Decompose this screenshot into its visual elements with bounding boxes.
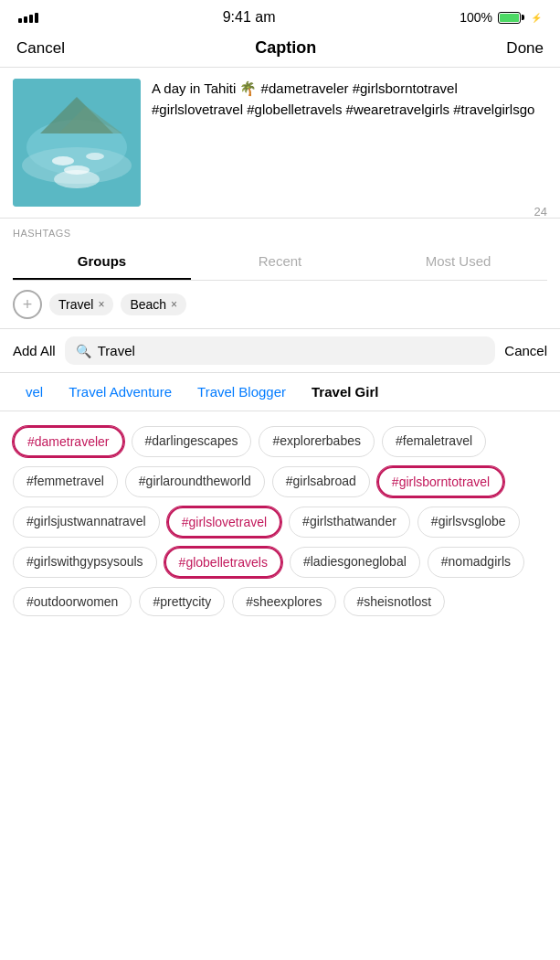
search-input-wrap: 🔍 [65,336,496,365]
chip-travel-label: Travel [58,297,93,312]
chip-beach: Beach × [121,293,186,315]
hashtags-section: HASHTAGS Groups Recent Most Used [0,219,560,281]
battery-percent: 100% [460,10,492,25]
hashtag-pill[interactable]: #nomadgirls [428,547,524,578]
hashtag-pill[interactable]: #girlsborntotravel [377,466,504,497]
hashtag-tabs: Groups Recent Most Used [13,244,547,281]
add-group-button[interactable]: + [13,290,42,319]
battery-icon [498,12,524,24]
status-right: 100% ⚡ [460,10,542,25]
hashtag-pill[interactable]: #globelletravels [164,547,282,578]
signal-icon [18,13,38,23]
hashtag-pill[interactable]: #girlsthatwander [289,507,410,538]
chip-beach-label: Beach [130,297,166,312]
autocomplete-tabs: vel Travel Adventure Travel Blogger Trav… [0,373,560,411]
svg-point-4 [86,153,104,160]
hashtag-pill[interactable]: #sheisnotlost [343,587,446,616]
tab-recent[interactable]: Recent [191,244,369,280]
nav-bar: Cancel Caption Done [0,31,560,68]
search-icon: 🔍 [76,344,91,358]
chip-travel-remove[interactable]: × [98,298,104,311]
status-bar: 9:41 am 100% ⚡ [0,0,560,31]
hashtag-pill[interactable]: #girlsvsglobe [417,507,520,538]
svg-point-3 [52,156,74,165]
chip-travel: Travel × [49,293,113,315]
done-button[interactable]: Done [506,39,544,58]
tag-chips-row: + Travel × Beach × [0,281,560,329]
search-cancel-button[interactable]: Cancel [504,343,547,358]
hashtag-pill[interactable]: #femmetravel [13,466,118,497]
hashtag-pill[interactable]: #girlslovetravel [167,507,281,538]
hashtag-pill[interactable]: #femaletravel [382,426,486,457]
svg-point-5 [64,165,90,175]
charging-bolt-icon: ⚡ [531,13,542,23]
cancel-button[interactable]: Cancel [16,39,65,58]
hashtag-pill[interactable]: #darlingescapes [132,426,252,457]
caption-image [13,79,141,207]
search-input[interactable] [98,343,485,358]
hashtag-pill[interactable]: #girlswithgypsysouls [13,547,157,578]
hashtag-pill[interactable]: #dametraveler [13,426,124,457]
auto-tab-travel-girl[interactable]: Travel Girl [299,373,391,411]
caption-area: A day in Tahiti 🌴 #dametraveler #girlsbo… [0,68,560,219]
chip-beach-remove[interactable]: × [171,298,177,311]
hashtag-grid: #dametraveler#darlingescapes#explorerbab… [0,411,560,631]
tab-groups[interactable]: Groups [13,244,191,280]
hashtag-pill[interactable]: #girlaroundtheworld [125,466,265,497]
caption-text[interactable]: A day in Tahiti 🌴 #dametraveler #girlsbo… [152,79,547,120]
hashtags-label: HASHTAGS [13,228,547,239]
status-time: 9:41 am [223,9,276,26]
search-bar-row: Add All 🔍 Cancel [0,329,560,373]
hashtag-pill[interactable]: #ladiesgoneglobal [290,547,420,578]
hashtag-pill[interactable]: #girlsabroad [272,466,370,497]
page-title: Caption [255,38,316,58]
hashtag-pill[interactable]: #explorerbabes [259,426,375,457]
add-all-button[interactable]: Add All [13,343,56,358]
auto-tab-travel-adventure[interactable]: Travel Adventure [56,373,185,411]
char-count: 24 [534,205,547,219]
tab-most-used[interactable]: Most Used [369,244,547,280]
auto-tab-travel-blogger[interactable]: Travel Blogger [185,373,299,411]
hashtag-pill[interactable]: #sheexplores [232,587,335,616]
hashtag-pill[interactable]: #outdoorwomen [13,587,132,616]
hashtag-pill[interactable]: #girlsjustwannatravel [13,507,160,538]
hashtag-pill[interactable]: #prettycity [139,587,225,616]
auto-tab-vel[interactable]: vel [13,373,56,411]
